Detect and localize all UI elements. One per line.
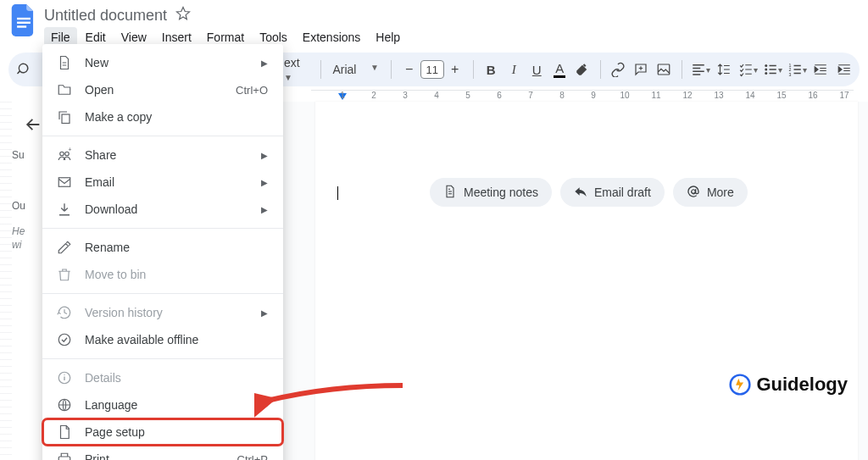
ruler-tick: 1: [340, 91, 345, 100]
menu-help[interactable]: Help: [369, 27, 407, 47]
checklist-button[interactable]: ▾: [738, 59, 758, 80]
menu-item-label: Make available offline: [85, 333, 268, 346]
chip-label: Meeting notes: [464, 186, 538, 199]
svg-rect-1: [17, 22, 31, 24]
mail-icon: [56, 175, 73, 190]
font-size-decrease[interactable]: −: [400, 62, 419, 77]
file-menu-page-setup[interactable]: Page setup: [42, 418, 283, 446]
summary-label: Su: [12, 149, 25, 161]
file-menu-details: Details: [42, 364, 283, 391]
search-icon[interactable]: [15, 59, 33, 80]
indent-increase-button[interactable]: [835, 59, 853, 80]
submenu-arrow-icon: ▶: [261, 308, 268, 318]
svg-point-6: [765, 72, 767, 75]
file-menu-language[interactable]: Language▶: [42, 391, 283, 418]
vertical-ruler[interactable]: [0, 102, 12, 460]
menu-item-label: Move to bin: [85, 268, 268, 281]
file-menu-rename[interactable]: Rename: [42, 234, 283, 261]
file-menu-open[interactable]: OpenCtrl+O: [42, 76, 283, 103]
menu-item-label: Make a copy: [85, 110, 268, 124]
font-size-control: − 11 +: [400, 60, 465, 79]
file-menu-move-to-bin: Move to bin: [42, 261, 283, 288]
ruler-tick: 13: [714, 91, 723, 100]
ruler-tick: 14: [745, 91, 754, 100]
menu-item-label: Rename: [85, 241, 268, 254]
svg-point-4: [765, 64, 767, 67]
outline-hint: Hewi: [12, 225, 25, 252]
ruler-tick: 12: [682, 91, 692, 100]
ruler-tick: 8: [559, 91, 565, 100]
file-menu-dropdown: New▶OpenCtrl+OMake a copy+Share▶Email▶Do…: [42, 44, 283, 460]
svg-rect-0: [17, 18, 31, 19]
underline-button[interactable]: U: [528, 59, 546, 80]
file-menu-new[interactable]: New▶: [42, 49, 283, 76]
watermark: Guidelogy: [729, 374, 848, 396]
insert-image-button[interactable]: [655, 59, 673, 80]
font-family-dropdown[interactable]: Arial ▼: [329, 63, 381, 76]
file-menu-email[interactable]: Email▶: [42, 169, 283, 196]
svg-rect-2: [17, 25, 26, 27]
menu-item-label: Language: [85, 398, 261, 412]
file-menu-make-a-copy[interactable]: Make a copy: [42, 103, 283, 130]
ruler-tick: 7: [528, 91, 533, 100]
numbered-list-button[interactable]: 123▾: [787, 59, 807, 80]
globe-icon: [56, 397, 73, 413]
page-icon: [56, 424, 73, 440]
chip-more[interactable]: More: [673, 178, 748, 207]
doc-icon: [443, 185, 457, 201]
trash-icon: [56, 267, 73, 282]
ruler-tick: 6: [497, 91, 502, 100]
back-arrow-icon[interactable]: [24, 115, 42, 137]
file-menu-print[interactable]: PrintCtrl+P: [42, 446, 283, 460]
bold-button[interactable]: B: [482, 59, 500, 80]
menu-item-label: Details: [85, 371, 268, 385]
star-icon[interactable]: [175, 6, 191, 25]
menu-item-label: New: [85, 56, 261, 69]
text-cursor: [337, 186, 338, 200]
line-spacing-button[interactable]: [715, 59, 733, 80]
at-icon: [687, 185, 700, 201]
add-comment-button[interactable]: [632, 59, 650, 80]
docs-logo[interactable]: [8, 5, 39, 36]
svg-text:3: 3: [788, 72, 791, 77]
print-icon: [56, 452, 73, 460]
text-color-button[interactable]: A: [551, 59, 569, 80]
menu-item-label: Email: [85, 175, 261, 189]
submenu-arrow-icon: ▶: [261, 151, 268, 160]
paragraph-style-dropdown[interactable]: ext ▼: [281, 56, 312, 83]
menu-separator: [42, 293, 283, 294]
file-menu-make-available-offline[interactable]: Make available offline: [42, 326, 283, 353]
file-menu-version-history: Version history▶: [42, 299, 283, 326]
menu-extensions[interactable]: Extensions: [296, 27, 367, 47]
font-size-value[interactable]: 11: [420, 60, 444, 79]
submenu-arrow-icon: ▶: [261, 58, 268, 68]
insert-link-button[interactable]: [609, 59, 627, 80]
indent-decrease-button[interactable]: [812, 59, 830, 80]
chip-meeting-notes[interactable]: Meeting notes: [430, 178, 552, 207]
file-menu-share[interactable]: +Share▶: [42, 141, 283, 169]
doc-title[interactable]: Untitled document: [44, 7, 167, 25]
font-size-increase[interactable]: +: [446, 62, 465, 77]
ruler-tick: 17: [839, 91, 849, 100]
watermark-icon: [729, 374, 751, 396]
reply-icon: [574, 185, 587, 201]
submenu-arrow-icon: ▶: [261, 178, 268, 187]
chip-label: More: [707, 186, 734, 199]
chip-email-draft[interactable]: Email draft: [560, 178, 665, 207]
menu-item-label: Open: [85, 83, 236, 97]
menu-item-label: Download: [85, 202, 261, 216]
info-icon: [56, 370, 73, 385]
svg-rect-10: [62, 114, 70, 124]
chip-label: Email draft: [594, 186, 651, 199]
folder-icon: [56, 82, 73, 97]
bulleted-list-button[interactable]: ▾: [763, 59, 782, 80]
download-icon: [56, 202, 73, 217]
menu-separator: [42, 228, 283, 229]
file-menu-download[interactable]: Download▶: [42, 196, 283, 223]
svg-point-11: [60, 152, 64, 156]
svg-rect-3: [659, 64, 670, 75]
align-button[interactable]: ▾: [691, 59, 710, 80]
italic-button[interactable]: I: [505, 59, 523, 80]
svg-point-15: [58, 334, 70, 346]
highlight-button[interactable]: [574, 59, 592, 80]
